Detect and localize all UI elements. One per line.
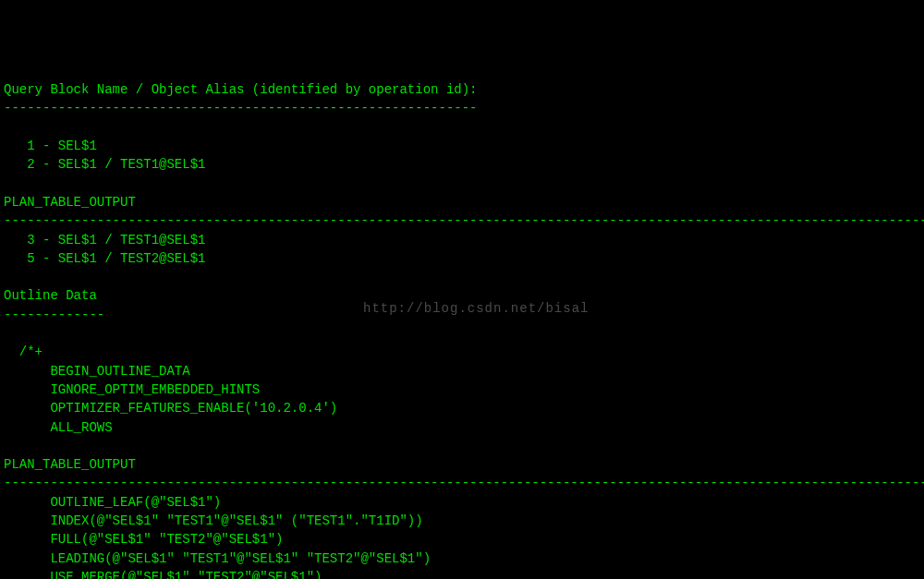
hint-all-rows: ALL_ROWS (4, 420, 113, 435)
hint-optimizer-features: OPTIMIZER_FEATURES_ENABLE('10.2.0.4') (4, 401, 337, 416)
plan-table-output-header-2: PLAN_TABLE_OUTPUT (4, 457, 136, 472)
query-block-header: Query Block Name / Object Alias (identif… (4, 82, 477, 97)
hint-outline-leaf: OUTLINE_LEAF(@"SEL$1") (4, 495, 221, 510)
block-entry-3: 3 - SEL$1 / TEST1@SEL$1 (4, 233, 205, 247)
hint-block-open: /*+ (4, 344, 43, 359)
hint-begin-outline: BEGIN_OUTLINE_DATA (4, 364, 190, 379)
outline-data-header: Outline Data (4, 288, 97, 303)
block-entry-2: 2 - SEL$1 / TEST1@SEL$1 (4, 157, 205, 172)
long-divider: ----------------------------------------… (4, 213, 924, 228)
terminal-content: Query Block Name / Object Alias (identif… (4, 80, 924, 579)
hint-index: INDEX(@"SEL$1" "TEST1"@"SEL$1" ("TEST1".… (4, 513, 423, 528)
outline-divider: ------------- (4, 308, 104, 322)
block-entry-1: 1 - SEL$1 (4, 139, 97, 153)
plan-table-output-header: PLAN_TABLE_OUTPUT (4, 195, 136, 210)
hint-leading: LEADING(@"SEL$1" "TEST1"@"SEL$1" "TEST2"… (4, 551, 431, 566)
hint-ignore-optim: IGNORE_OPTIM_EMBEDDED_HINTS (4, 382, 260, 397)
header-divider: ----------------------------------------… (4, 101, 477, 115)
hint-use-merge: USE_MERGE(@"SEL$1" "TEST2"@"SEL$1") (4, 570, 322, 579)
block-entry-5: 5 - SEL$1 / TEST2@SEL$1 (4, 251, 205, 266)
hint-full: FULL(@"SEL$1" "TEST2"@"SEL$1") (4, 532, 283, 547)
long-divider-2: ----------------------------------------… (4, 476, 924, 490)
